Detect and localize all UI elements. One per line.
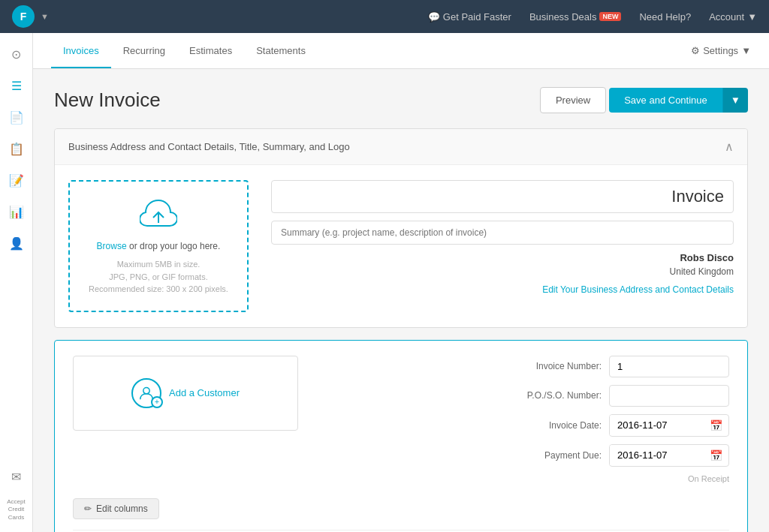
logo-upload-text: Browse or drop your logo here. [97,239,221,254]
pencil-icon: ✏ [84,503,92,514]
customer-avatar-icon: + [131,378,161,408]
sidebar-item-document[interactable]: 📄 [3,104,30,131]
notification-icon: ✉ [11,470,21,484]
po-so-label: P.O./S.O. Number: [527,390,602,401]
document-icon: 📄 [9,110,24,125]
invoice-number-label: Invoice Number: [536,361,602,371]
sidebar-item-notifications[interactable]: ✉ [3,464,30,491]
save-button-group: Save and Continue ▼ [609,88,748,113]
need-help-link[interactable]: Need Help? [639,11,691,23]
invoice-title-input[interactable] [271,180,734,213]
settings-dropdown-arrow: ▼ [741,45,751,56]
business-section-card: Business Address and Contact Details, Ti… [54,128,748,328]
payment-due-row: Payment Due: 📅 [544,444,729,467]
section-collapse-icon[interactable]: ∧ [725,140,734,154]
invoice-date-input-group: 📅 [609,414,729,437]
new-badge: NEW [599,12,621,21]
sidebar-item-list[interactable]: 📝 [3,167,30,194]
business-deals-link[interactable]: Business Deals NEW [529,11,622,23]
on-receipt-label: On Receipt [609,474,729,483]
edit-columns-section: ✏ Edit columns ITEMS QUANTITY PRICE AMOU… [73,498,729,532]
invoice-number-input[interactable] [609,356,729,377]
po-so-row: P.O./S.O. Number: [527,385,729,407]
top-navigation: F ▼ 💬 Get Paid Faster Business Deals NEW… [0,0,769,33]
payment-icon: 💬 [428,11,440,23]
app-logo[interactable]: F [12,5,35,28]
sidebar-item-invoices[interactable]: ☰ [3,72,30,99]
save-dropdown-button[interactable]: ▼ [722,88,748,113]
preview-button[interactable]: Preview [540,87,606,113]
sidebar-item-dashboard[interactable]: ⊙ [3,41,30,68]
accept-credit-cards[interactable]: AcceptCreditCards [5,495,26,524]
cloud-upload-icon [140,197,177,233]
add-customer-button[interactable]: + Add a Customer [73,356,298,431]
account-dropdown-arrow: ▼ [747,11,757,23]
svg-point-1 [143,387,149,393]
business-section-body: Browse or drop your logo here. Maximum 5… [55,165,747,327]
logo-upload-hints: Maximum 5MB in size. JPG, PNG, or GIF fo… [89,258,228,296]
po-so-input[interactable] [609,385,729,407]
get-paid-faster-link[interactable]: 💬 Get Paid Faster [428,11,511,23]
payment-due-input[interactable] [610,445,704,465]
invoice-date-row: Invoice Date: 📅 [549,414,729,437]
logo-dropdown-arrow[interactable]: ▼ [41,12,49,21]
business-info-layout: Browse or drop your logo here. Maximum 5… [68,180,734,312]
sidebar-item-file[interactable]: 📋 [3,135,30,162]
sidebar-item-chart[interactable]: 📊 [3,198,30,225]
tab-statements[interactable]: Statements [244,35,318,68]
list-icon: 📝 [9,173,24,188]
browse-link[interactable]: Browse [97,241,127,251]
edit-columns-button[interactable]: ✏ Edit columns [73,498,159,519]
sidebar-item-contacts[interactable]: 👤 [3,230,30,257]
business-country: United Kingdom [670,266,734,277]
contacts-icon: 👤 [9,236,24,251]
calendar-icon[interactable]: 📅 [704,415,728,436]
account-menu[interactable]: Account ▼ [709,11,757,23]
invoices-icon: ☰ [11,79,22,93]
business-section-header[interactable]: Business Address and Contact Details, Ti… [55,129,747,165]
invoice-form-fields: Invoice Number: P.O./S.O. Number: Invoic… [313,356,729,483]
tab-invoices[interactable]: Invoices [51,35,111,68]
tab-recurring[interactable]: Recurring [111,35,177,68]
invoice-details-layout: + Add a Customer Invoice Number: P.O./S.… [73,356,729,483]
payment-due-label: Payment Due: [544,450,602,461]
main-content: Invoices Recurring Estimates Statements … [33,33,769,532]
save-dropdown-arrow-icon: ▼ [731,95,740,106]
add-customer-label: Add a Customer [169,387,240,398]
invoice-number-row: Invoice Number: [536,356,729,377]
invoice-details-card: + Add a Customer Invoice Number: P.O./S.… [54,340,748,532]
tab-estimates[interactable]: Estimates [177,35,244,68]
customer-add-plus-icon: + [151,396,163,408]
page-content-area: New Invoice Preview Save and Continue ▼ … [33,69,769,532]
business-name: Robs Disco [680,252,734,263]
customer-section: + Add a Customer [73,356,298,483]
file-icon: 📋 [9,142,24,156]
sidebar: ⊙ ☰ 📄 📋 📝 📊 👤 ✉ AcceptCreditCards [0,33,33,532]
tabs-bar: Invoices Recurring Estimates Statements … [33,33,769,69]
page-header: New Invoice Preview Save and Continue ▼ [54,87,748,113]
edit-business-link[interactable]: Edit Your Business Address and Contact D… [542,284,734,295]
settings-icon: ⚙ [691,45,700,56]
save-continue-button[interactable]: Save and Continue [609,88,722,113]
payment-calendar-icon[interactable]: 📅 [704,445,728,466]
invoice-summary-input[interactable] [271,221,734,245]
business-right-panel: Robs Disco United Kingdom Edit Your Busi… [271,180,734,312]
invoice-date-input[interactable] [610,415,704,435]
settings-menu[interactable]: ⚙ Settings ▼ [691,45,751,56]
business-section-title: Business Address and Contact Details, Ti… [68,141,725,152]
dashboard-icon: ⊙ [11,47,21,62]
invoice-date-label: Invoice Date: [549,420,602,431]
payment-due-input-group: 📅 [609,444,729,467]
chart-icon: 📊 [9,205,24,219]
logo-upload-area[interactable]: Browse or drop your logo here. Maximum 5… [68,180,249,312]
page-title: New Invoice [54,89,540,112]
